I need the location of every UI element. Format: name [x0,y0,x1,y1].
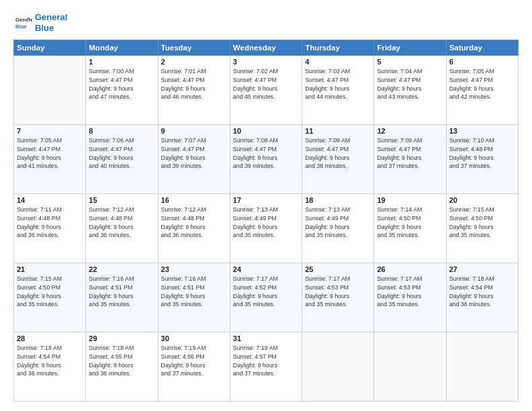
calendar-cell: 27Sunrise: 7:18 AM Sunset: 4:54 PM Dayli… [446,263,518,332]
calendar-cell: 11Sunrise: 7:09 AM Sunset: 4:47 PM Dayli… [302,125,374,194]
calendar-cell: 18Sunrise: 7:13 AM Sunset: 4:49 PM Dayli… [302,194,374,263]
day-number: 12 [377,127,443,135]
day-number: 26 [377,265,443,273]
day-number: 10 [233,127,299,135]
logo: General Blue GeneralBlue [13,12,67,33]
day-detail: Sunrise: 7:16 AM Sunset: 4:51 PM Dayligh… [89,275,154,309]
day-number: 7 [17,127,83,135]
svg-text:General: General [15,17,32,23]
calendar-cell: 1Sunrise: 7:00 AM Sunset: 4:47 PM Daylig… [86,56,158,125]
calendar-week-5: 28Sunrise: 7:18 AM Sunset: 4:54 PM Dayli… [14,332,519,402]
calendar-cell: 19Sunrise: 7:14 AM Sunset: 4:50 PM Dayli… [374,194,446,263]
day-number: 11 [305,127,371,135]
day-number: 30 [161,334,227,342]
day-detail: Sunrise: 7:17 AM Sunset: 4:53 PM Dayligh… [305,275,371,309]
logo-text: GeneralBlue [35,12,67,33]
calendar-cell: 9Sunrise: 7:07 AM Sunset: 4:47 PM Daylig… [158,125,230,194]
day-number: 14 [17,196,83,204]
day-detail: Sunrise: 7:10 AM Sunset: 4:48 PM Dayligh… [449,136,515,171]
calendar-cell: 26Sunrise: 7:17 AM Sunset: 4:53 PM Dayli… [374,263,446,332]
day-detail: Sunrise: 7:16 AM Sunset: 4:51 PM Dayligh… [161,275,227,309]
day-detail: Sunrise: 7:18 AM Sunset: 4:54 PM Dayligh… [17,344,83,378]
day-number: 22 [89,265,154,273]
day-number: 1 [89,58,154,66]
calendar-cell: 24Sunrise: 7:17 AM Sunset: 4:52 PM Dayli… [230,263,302,332]
day-number: 21 [17,265,83,273]
day-number: 23 [161,265,227,273]
page-header: General Blue GeneralBlue [13,12,519,33]
day-detail: Sunrise: 7:07 AM Sunset: 4:47 PM Dayligh… [161,136,227,171]
calendar-header-wednesday: Wednesday [230,40,302,56]
day-detail: Sunrise: 7:08 AM Sunset: 4:47 PM Dayligh… [233,136,299,171]
day-detail: Sunrise: 7:19 AM Sunset: 4:56 PM Dayligh… [161,344,227,378]
calendar-week-3: 14Sunrise: 7:11 AM Sunset: 4:48 PM Dayli… [14,194,519,263]
calendar-cell [14,56,86,125]
day-detail: Sunrise: 7:13 AM Sunset: 4:49 PM Dayligh… [233,205,299,240]
day-detail: Sunrise: 7:06 AM Sunset: 4:47 PM Dayligh… [89,136,154,171]
day-detail: Sunrise: 7:18 AM Sunset: 4:54 PM Dayligh… [449,275,515,309]
day-number: 18 [305,196,371,204]
calendar-cell: 13Sunrise: 7:10 AM Sunset: 4:48 PM Dayli… [446,125,518,194]
calendar-cell: 6Sunrise: 7:05 AM Sunset: 4:47 PM Daylig… [446,56,518,125]
day-number: 31 [233,334,299,342]
day-number: 24 [233,265,299,273]
calendar-table: SundayMondayTuesdayWednesdayThursdayFrid… [13,40,519,402]
day-number: 20 [449,196,515,204]
day-number: 3 [233,58,299,66]
day-detail: Sunrise: 7:17 AM Sunset: 4:52 PM Dayligh… [233,275,299,309]
day-number: 25 [305,265,371,273]
calendar-cell: 30Sunrise: 7:19 AM Sunset: 4:56 PM Dayli… [158,332,230,402]
day-detail: Sunrise: 7:02 AM Sunset: 4:47 PM Dayligh… [233,67,299,101]
calendar-header-saturday: Saturday [446,40,518,56]
calendar-cell: 4Sunrise: 7:03 AM Sunset: 4:47 PM Daylig… [302,56,374,125]
calendar-week-4: 21Sunrise: 7:15 AM Sunset: 4:50 PM Dayli… [14,263,519,332]
day-number: 19 [377,196,443,204]
day-detail: Sunrise: 7:00 AM Sunset: 4:47 PM Dayligh… [89,67,154,101]
day-number: 28 [17,334,83,342]
day-number: 4 [305,58,371,66]
calendar-cell: 14Sunrise: 7:11 AM Sunset: 4:48 PM Dayli… [14,194,86,263]
calendar-cell: 5Sunrise: 7:04 AM Sunset: 4:47 PM Daylig… [374,56,446,125]
day-detail: Sunrise: 7:17 AM Sunset: 4:53 PM Dayligh… [377,275,443,309]
day-detail: Sunrise: 7:12 AM Sunset: 4:48 PM Dayligh… [89,205,154,240]
calendar-header-monday: Monday [86,40,158,56]
calendar-cell: 22Sunrise: 7:16 AM Sunset: 4:51 PM Dayli… [86,263,158,332]
day-number: 9 [161,127,227,135]
calendar-cell [302,332,374,402]
calendar-cell [374,332,446,402]
day-detail: Sunrise: 7:01 AM Sunset: 4:47 PM Dayligh… [161,67,227,101]
day-number: 6 [449,58,515,66]
calendar-week-1: 1Sunrise: 7:00 AM Sunset: 4:47 PM Daylig… [14,56,519,125]
calendar-cell: 25Sunrise: 7:17 AM Sunset: 4:53 PM Dayli… [302,263,374,332]
calendar-cell: 15Sunrise: 7:12 AM Sunset: 4:48 PM Dayli… [86,194,158,263]
calendar-cell [446,332,518,402]
day-detail: Sunrise: 7:04 AM Sunset: 4:47 PM Dayligh… [377,67,443,101]
day-number: 5 [377,58,443,66]
day-number: 29 [89,334,154,342]
day-detail: Sunrise: 7:05 AM Sunset: 4:47 PM Dayligh… [449,67,515,101]
calendar-cell: 20Sunrise: 7:15 AM Sunset: 4:50 PM Dayli… [446,194,518,263]
calendar-cell: 10Sunrise: 7:08 AM Sunset: 4:47 PM Dayli… [230,125,302,194]
svg-text:Blue: Blue [15,23,28,29]
day-detail: Sunrise: 7:03 AM Sunset: 4:47 PM Dayligh… [305,67,371,101]
logo-icon: General Blue [13,13,32,32]
calendar-cell: 7Sunrise: 7:05 AM Sunset: 4:47 PM Daylig… [14,125,86,194]
day-detail: Sunrise: 7:18 AM Sunset: 4:55 PM Dayligh… [89,344,154,378]
day-detail: Sunrise: 7:19 AM Sunset: 4:57 PM Dayligh… [233,344,299,378]
day-detail: Sunrise: 7:11 AM Sunset: 4:48 PM Dayligh… [17,205,83,240]
calendar-cell: 17Sunrise: 7:13 AM Sunset: 4:49 PM Dayli… [230,194,302,263]
calendar-header-sunday: Sunday [14,40,86,56]
day-detail: Sunrise: 7:15 AM Sunset: 4:50 PM Dayligh… [449,205,515,240]
day-number: 2 [161,58,227,66]
calendar-cell: 21Sunrise: 7:15 AM Sunset: 4:50 PM Dayli… [14,263,86,332]
calendar-header-tuesday: Tuesday [158,40,230,56]
day-number: 17 [233,196,299,204]
calendar-cell: 12Sunrise: 7:09 AM Sunset: 4:47 PM Dayli… [374,125,446,194]
day-number: 13 [449,127,515,135]
calendar-cell: 2Sunrise: 7:01 AM Sunset: 4:47 PM Daylig… [158,56,230,125]
calendar-header-row: SundayMondayTuesdayWednesdayThursdayFrid… [14,40,519,56]
calendar-header-friday: Friday [374,40,446,56]
day-detail: Sunrise: 7:12 AM Sunset: 4:48 PM Dayligh… [161,205,227,240]
day-detail: Sunrise: 7:09 AM Sunset: 4:47 PM Dayligh… [377,136,443,171]
day-number: 27 [449,265,515,273]
